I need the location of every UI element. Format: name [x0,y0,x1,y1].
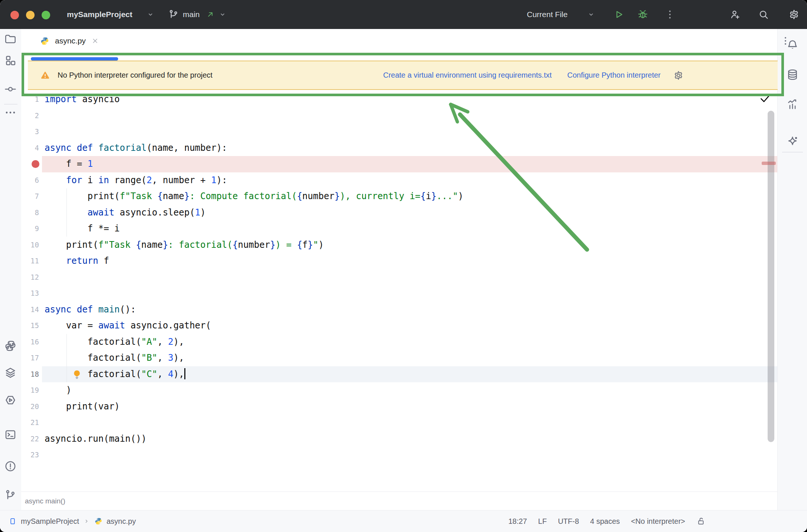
python-icon[interactable] [4,340,17,352]
code-editor[interactable]: 123467891011121314151617181920212223 imp… [21,53,777,492]
code-line[interactable]: factorial("C", 4), [45,366,185,383]
git-branch-icon[interactable] [168,9,179,20]
text-caret [184,368,185,379]
code-line[interactable]: factorial("A", 2), [45,334,184,350]
right-tool-window-bar [777,29,807,510]
line-number[interactable]: 12 [21,269,39,286]
caret-position-widget[interactable]: 18:27 [508,517,527,526]
code-line[interactable]: async def factorial(name, number): [45,140,227,156]
code-line[interactable]: asyncio.run(main()) [45,431,147,447]
more-horizontal-icon[interactable] [4,106,17,119]
line-number[interactable]: 2 [21,108,39,124]
line-separator-widget[interactable]: LF [538,517,547,526]
create-venv-link[interactable]: Create a virtual environment using requi… [383,71,552,80]
line-number[interactable]: 21 [21,415,39,431]
line-number[interactable]: 1 [21,91,39,108]
more-actions-button[interactable] [664,9,675,20]
indent-widget[interactable]: 4 spaces [590,517,620,526]
line-number[interactable]: 15 [21,318,39,334]
terminal-icon[interactable] [4,428,17,441]
line-number[interactable]: 23 [21,447,39,463]
python-file-icon [40,36,50,46]
close-tab-icon[interactable] [91,37,99,45]
problems-icon[interactable] [4,460,17,473]
line-number[interactable]: 17 [21,350,39,366]
breakpoint-stripe-mark[interactable] [762,162,776,165]
code-with-me-button[interactable] [729,9,740,20]
line-number[interactable]: 3 [21,124,39,140]
editor-scrollbar[interactable] [768,111,774,442]
folder-icon[interactable] [4,33,17,45]
line-number[interactable]: 4 [21,140,39,156]
database-icon[interactable] [786,68,799,81]
project-widget[interactable]: mySampleProject [67,0,132,29]
toolbar-divider [4,104,17,104]
interpreter-widget[interactable]: <No interpreter> [631,517,685,526]
left-tool-window-bar [0,29,22,510]
code-line[interactable]: print(var) [45,399,120,415]
tab-options-button[interactable] [780,36,791,46]
status-project[interactable]: mySampleProject [21,517,79,526]
breadcrumb-bar: async main() [21,492,777,510]
zoom-window-button[interactable] [42,11,50,19]
intention-lightbulb-icon[interactable] [71,369,82,380]
ai-assistant-icon[interactable] [786,135,799,148]
services-icon[interactable] [4,394,17,406]
debug-button[interactable] [637,9,648,20]
line-number[interactable]: 20 [21,399,39,415]
line-number[interactable]: 14 [21,302,39,318]
encoding-widget[interactable]: UTF-8 [558,517,579,526]
breakpoint-dot[interactable] [32,160,39,168]
line-number[interactable]: 10 [21,237,39,253]
line-number[interactable]: 13 [21,285,39,302]
project-icon[interactable] [8,517,17,526]
git-branch-icon[interactable] [4,489,17,502]
configure-interpreter-link[interactable]: Configure Python interpreter [567,71,661,80]
branch-widget[interactable]: main [183,0,200,29]
line-number[interactable]: 22 [21,431,39,447]
layers-icon[interactable] [4,366,17,379]
status-file[interactable]: async.py [107,517,136,526]
tab-progress-indicator [31,57,118,61]
line-number[interactable]: 8 [21,205,39,221]
line-number[interactable]: 19 [21,382,39,399]
code-line[interactable]: return f [45,253,109,269]
code-line[interactable]: ) [45,382,71,399]
breadcrumb[interactable]: async main() [25,497,65,505]
endpoints-chart-icon[interactable] [786,98,799,111]
tab-async-py[interactable]: async.py [40,29,99,53]
commit-icon[interactable] [4,83,17,95]
minimize-window-button[interactable] [26,11,35,19]
line-number[interactable]: 6 [21,172,39,189]
code-line[interactable]: async def main(): [45,302,136,318]
code-line[interactable]: for i in range(2, number + 1): [45,172,227,189]
settings-button[interactable] [788,9,800,20]
chevron-down-icon[interactable] [218,9,227,20]
run-configuration-selector[interactable]: Current File [527,0,568,29]
unlocked-icon[interactable] [696,516,706,526]
banner-settings-icon[interactable] [673,70,684,81]
inspections-ok-check-icon[interactable] [759,92,771,105]
code-line[interactable]: import asyncio [45,91,120,108]
pycharm-window: mySampleProject main Current File async.… [0,0,807,532]
line-number[interactable]: 11 [21,253,39,269]
line-number[interactable]: 7 [21,188,39,205]
close-window-button[interactable] [10,11,19,19]
line-number[interactable]: 9 [21,221,39,237]
code-line[interactable]: var = await asyncio.gather( [45,318,211,334]
structure-icon[interactable] [4,54,17,67]
line-number[interactable]: 16 [21,334,39,350]
status-bar: mySampleProject async.py 18:27 LF UTF-8 … [0,510,807,532]
code-line[interactable]: factorial("B", 3), [45,350,184,366]
code-line[interactable]: f = 1 [45,156,93,172]
code-line[interactable]: await asyncio.sleep(1) [45,205,206,221]
run-button[interactable] [613,9,624,20]
chevron-down-icon[interactable] [146,9,155,20]
line-number[interactable]: 18 [21,366,39,383]
code-line[interactable]: print(f"Task {name}: Compute factorial({… [45,188,463,205]
search-everywhere-button[interactable] [758,9,769,20]
editor-tab-bar: async.py [21,29,777,53]
code-line[interactable]: print(f"Task {name}: factorial({number})… [45,237,324,253]
code-line[interactable]: f *= i [45,221,120,237]
chevron-down-icon[interactable] [586,9,596,20]
